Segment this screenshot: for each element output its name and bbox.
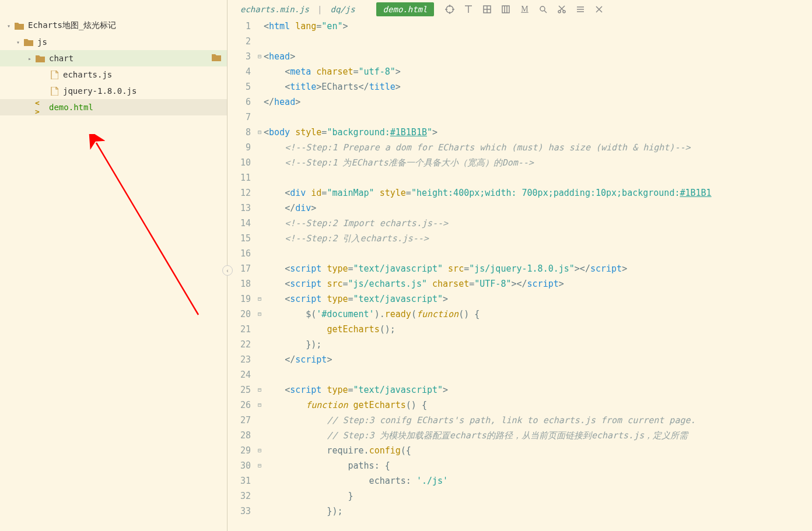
code-line[interactable]: require.config({	[264, 443, 812, 458]
fold-marker	[256, 34, 264, 49]
code-line[interactable]	[264, 367, 812, 382]
folder-open-icon[interactable]	[212, 54, 221, 63]
sidebar-collapse-handle[interactable]: ‹	[222, 265, 233, 276]
fold-marker	[256, 19, 264, 34]
columns-icon[interactable]	[501, 4, 511, 15]
line-number: 1	[228, 19, 251, 34]
target-icon[interactable]	[444, 4, 455, 15]
fold-marker	[256, 413, 264, 428]
code-line[interactable]: </div>	[264, 201, 812, 216]
code-line[interactable]: echarts: './js'	[264, 473, 812, 488]
tab-active[interactable]: demo.html	[376, 2, 435, 16]
code-line[interactable]: function getEcharts() {	[264, 398, 812, 413]
close-icon[interactable]	[594, 4, 604, 15]
fold-marker	[256, 504, 264, 519]
code-line[interactable]: <script type="text/javascript" src="js/j…	[264, 261, 812, 276]
code-line[interactable]: <!--Step:1 为ECharts准备一个具备大小（宽高）的Dom-->	[264, 155, 812, 170]
svg-rect-10	[502, 6, 509, 13]
fold-marker	[256, 94, 264, 110]
code-line[interactable]: <meta charset="utf-8">	[264, 64, 812, 79]
expand-arrow-icon[interactable]: ▸	[28, 55, 35, 62]
code-line[interactable]	[264, 110, 812, 125]
code-line[interactable]: </script>	[264, 352, 812, 367]
fold-marker	[256, 428, 264, 443]
code-line[interactable]: </head>	[264, 94, 812, 110]
code-line[interactable]: <div id="mainMap" style="height:400px;wi…	[264, 185, 812, 201]
code-line[interactable]: <head>	[264, 49, 812, 64]
fold-marker	[256, 64, 264, 79]
tree-item-2[interactable]: ▸chart	[0, 50, 227, 66]
tab-inactive-1[interactable]: echarts.min.js	[233, 2, 316, 16]
line-number: 8	[228, 125, 251, 140]
tree-item-3[interactable]: echarts.js	[0, 66, 227, 83]
line-number: 25	[228, 382, 251, 398]
match-icon[interactable]: M	[519, 4, 530, 15]
code-line[interactable]: // Step:3 conifg ECharts's path, link to…	[264, 413, 812, 428]
tab-inactive-2[interactable]: dq/js	[323, 2, 362, 16]
line-number: 19	[228, 291, 251, 307]
code-line[interactable]: paths: {	[264, 458, 812, 473]
fold-column[interactable]: ⊟⊟⊟⊟⊟⊟⊟⊟	[256, 19, 264, 531]
tree-item-4[interactable]: jquery-1.8.0.js	[0, 83, 227, 99]
fold-marker[interactable]: ⊟	[256, 458, 264, 473]
fold-marker[interactable]: ⊟	[256, 49, 264, 64]
tree-item-1[interactable]: ▾js	[0, 34, 227, 50]
grid-icon[interactable]	[482, 4, 492, 15]
fold-marker	[256, 185, 264, 201]
expand-arrow-icon[interactable]: ▾	[7, 23, 14, 29]
tree-item-label: jquery-1.8.0.js	[63, 86, 136, 96]
code-line[interactable]: <script type="text/javascript">	[264, 382, 812, 398]
code-line[interactable]	[264, 34, 812, 49]
fold-marker[interactable]: ⊟	[256, 291, 264, 307]
svg-point-15	[558, 10, 561, 13]
code-line[interactable]: });	[264, 504, 812, 519]
tree-item-5[interactable]: < >demo.html	[0, 99, 227, 115]
code-line[interactable]	[264, 246, 812, 261]
code-line[interactable]: });	[264, 337, 812, 352]
code-line[interactable]: <title>ECharts</title>	[264, 79, 812, 94]
menu-icon[interactable]	[575, 4, 586, 15]
fold-marker[interactable]: ⊟	[256, 382, 264, 398]
code-line[interactable]: // Step:3 为模块加载器配置echarts的路径，从当前页面链接到ech…	[264, 428, 812, 443]
code-line[interactable]: <script src="js/echarts.js" charset="UTF…	[264, 276, 812, 291]
code-line[interactable]: <!--Step:2 引入echarts.js-->	[264, 231, 812, 246]
fold-marker	[256, 79, 264, 94]
code-file-icon: < >	[35, 103, 46, 112]
code-content[interactable]: <html lang="en"> <head> <meta charset="u…	[264, 19, 812, 531]
code-line[interactable]: <body style="background:#1B1B1B">	[264, 125, 812, 140]
fold-marker	[256, 140, 264, 155]
fold-marker	[256, 367, 264, 382]
fold-marker	[256, 170, 264, 185]
line-number: 10	[228, 155, 251, 170]
fold-marker[interactable]: ⊟	[256, 125, 264, 140]
tree-item-0[interactable]: ▾Echarts地图_炫光标记	[0, 17, 227, 34]
fold-marker[interactable]: ⊟	[256, 398, 264, 413]
line-number: 31	[228, 473, 251, 488]
fold-marker[interactable]: ⊟	[256, 307, 264, 322]
tree-item-label: echarts.js	[63, 70, 112, 79]
file-icon	[49, 86, 60, 96]
code-line[interactable]: $('#document').ready(function() {	[264, 307, 812, 322]
editor-pane: echarts.min.js | dq/js demo.html M 12345…	[228, 0, 812, 531]
line-number: 3	[228, 49, 251, 64]
code-line[interactable]: getEcharts();	[264, 322, 812, 337]
code-line[interactable]	[264, 170, 812, 185]
tree-item-label: js	[37, 37, 47, 47]
file-icon	[49, 70, 60, 79]
code-line[interactable]: <!--Step:1 Prepare a dom for ECharts whi…	[264, 140, 812, 155]
cut-icon[interactable]	[556, 4, 567, 15]
fold-marker[interactable]: ⊟	[256, 443, 264, 458]
code-line[interactable]: <html lang="en">	[264, 19, 812, 34]
fold-marker	[256, 201, 264, 216]
code-editor[interactable]: 1234567891011121314151617181920212223242…	[228, 19, 812, 531]
line-number: 12	[228, 185, 251, 201]
code-line[interactable]: <!--Step:2 Import echarts.js-->	[264, 216, 812, 231]
search-icon[interactable]	[538, 4, 548, 15]
code-line[interactable]: <script type="text/javascript">	[264, 291, 812, 307]
line-number: 5	[228, 79, 251, 94]
line-number: 29	[228, 443, 251, 458]
line-number: 2	[228, 34, 251, 49]
expand-arrow-icon[interactable]: ▾	[16, 39, 23, 45]
tab-right-icon[interactable]	[463, 4, 474, 15]
code-line[interactable]: }	[264, 488, 812, 504]
